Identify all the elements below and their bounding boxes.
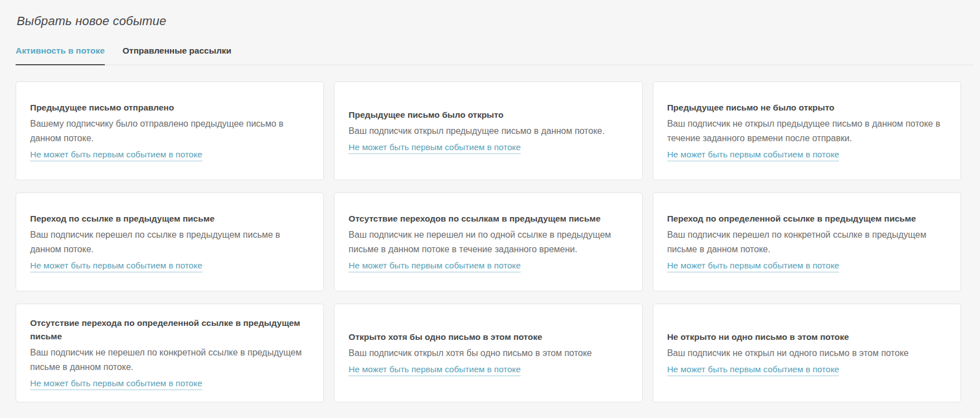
event-card-any-letter-opened-in-flow[interactable]: Открыто хотя бы одно письмо в этом поток… [334, 304, 642, 402]
event-card-first-event-note-link[interactable]: Не может быть первым событием в потоке [667, 148, 840, 161]
tab-sent-mailings[interactable]: Отправленные рассылки [123, 46, 231, 65]
event-card-description: Ваш подписчик не перешел по конкретной с… [30, 345, 309, 374]
event-card-description: Ваш подписчик не открыл ни одного письмо… [667, 346, 947, 361]
event-card-link-click-previous-letter[interactable]: Переход по ссылке в предыдущем письме Ва… [16, 193, 324, 291]
event-card-specific-link-click-previous-letter[interactable]: Переход по определенной ссылке в предыду… [653, 193, 961, 291]
event-card-title: Отсутствие переходов по ссылкам в предыд… [348, 212, 628, 225]
event-card-description: Ваш подписчик перешел по конкретной ссыл… [667, 228, 947, 257]
event-card-first-event-note-link[interactable]: Не может быть первым событием в потоке [348, 260, 521, 272]
event-card-no-link-clicks-previous-letter[interactable]: Отсутствие переходов по ссылкам в предыд… [334, 193, 642, 291]
event-card-title: Предыдущее письмо отправлено [30, 101, 309, 114]
event-card-no-specific-link-click-previous-letter[interactable]: Отсутствие перехода по определенной ссыл… [16, 304, 324, 402]
event-card-first-event-note-link[interactable]: Не может быть первым событием в потоке [30, 377, 202, 390]
event-card-previous-letter-not-opened[interactable]: Предыдущее письмо не было открыто Ваш по… [653, 81, 961, 180]
event-card-description: Вашему подписчику было отправлено предыд… [30, 117, 309, 146]
event-card-description: Ваш подписчик открыл хотя бы одно письмо… [348, 346, 628, 361]
event-card-title: Не открыто ни одно письмо в этом потоке [667, 330, 947, 344]
event-card-description: Ваш подписчик открыл предыдущее письмо в… [348, 124, 628, 138]
event-card-description: Ваш подписчик не открыл предыдущее письм… [667, 117, 947, 146]
event-card-first-event-note-link[interactable]: Не может быть первым событием в потоке [667, 363, 840, 376]
event-card-first-event-note-link[interactable]: Не может быть первым событием в потоке [667, 260, 840, 272]
event-card-first-event-note-link[interactable]: Не может быть первым событием в потоке [30, 148, 202, 161]
event-card-title: Переход по определенной ссылке в предыду… [667, 212, 947, 225]
event-card-title: Переход по ссылке в предыдущем письме [30, 212, 309, 225]
event-card-description: Ваш подписчик не перешел ни по одной ссы… [348, 228, 628, 257]
page-title: Выбрать новое событие [17, 14, 980, 28]
event-card-first-event-note-link[interactable]: Не может быть первым событием в потоке [30, 260, 202, 272]
event-card-no-letter-opened-in-flow[interactable]: Не открыто ни одно письмо в этом потоке … [653, 304, 961, 402]
event-card-description: Ваш подписчик перешел по ссылке в предыд… [30, 228, 309, 257]
event-cards-grid: Предыдущее письмо отправлено Вашему подп… [16, 81, 961, 402]
event-card-first-event-note-link[interactable]: Не может быть первым событием в потоке [348, 141, 521, 154]
event-card-previous-letter-sent[interactable]: Предыдущее письмо отправлено Вашему подп… [16, 81, 324, 180]
event-card-title: Предыдущее письмо было открыто [348, 108, 628, 122]
event-card-previous-letter-opened[interactable]: Предыдущее письмо было открыто Ваш подпи… [334, 81, 642, 180]
event-card-first-event-note-link[interactable]: Не может быть первым событием в потоке [348, 363, 521, 376]
tab-flow-activity[interactable]: Активность в потоке [16, 46, 105, 65]
event-card-title: Открыто хотя бы одно письмо в этом поток… [348, 330, 628, 344]
event-card-title: Отсутствие перехода по определенной ссыл… [30, 316, 309, 343]
event-card-title: Предыдущее письмо не было открыто [667, 101, 947, 114]
tabs-bar: Активность в потоке Отправленные рассылк… [16, 46, 973, 65]
